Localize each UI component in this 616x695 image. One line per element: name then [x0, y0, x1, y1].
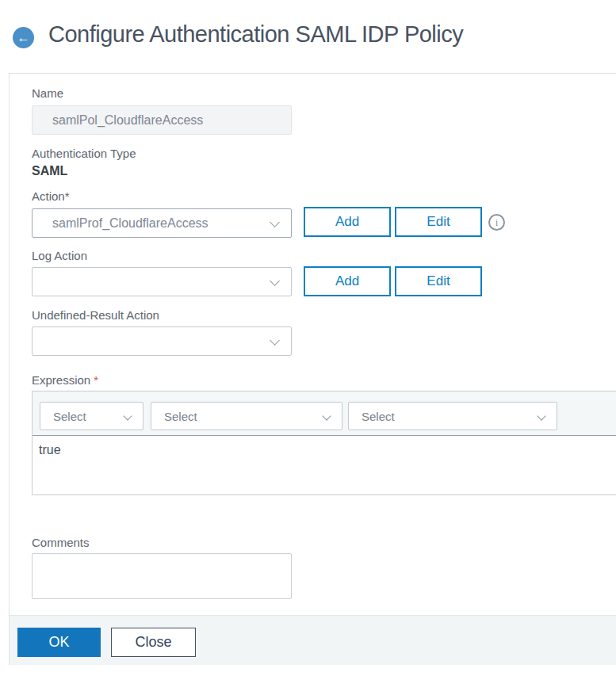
log-action-select[interactable]	[32, 267, 292, 296]
comments-label: Comments	[32, 536, 90, 549]
close-button[interactable]: Close	[111, 628, 196, 657]
log-action-edit-button[interactable]: Edit	[395, 266, 482, 296]
chevron-down-icon	[270, 276, 280, 286]
chevron-down-icon	[322, 411, 331, 420]
expression-toolbar: Select Select Select	[33, 391, 616, 436]
expression-editor: Select Select Select true	[32, 391, 616, 495]
undefined-result-action-label: Undefined-Result Action	[32, 308, 159, 322]
chevron-down-icon	[537, 411, 545, 420]
comments-textarea[interactable]	[32, 553, 292, 599]
action-add-button[interactable]: Add	[304, 207, 391, 237]
footer-bar: OK Close	[10, 615, 616, 665]
action-select[interactable]: samlProf_CloudflareAccess	[32, 208, 292, 238]
info-icon[interactable]: i	[488, 214, 505, 231]
required-asterisk: *	[94, 373, 98, 387]
undefined-result-action-select[interactable]	[32, 326, 292, 356]
authentication-type-value: SAML	[32, 164, 67, 178]
action-label: Action*	[32, 189, 70, 203]
log-action-label: Log Action	[32, 249, 87, 262]
expression-operand-select-1[interactable]: Select	[40, 402, 143, 430]
expression-textarea[interactable]: true	[33, 436, 616, 495]
name-label: Name	[32, 86, 63, 100]
action-select-value: samlProf_CloudflareAccess	[52, 216, 209, 231]
action-edit-button[interactable]: Edit	[395, 207, 482, 237]
chevron-down-icon	[270, 217, 280, 227]
expression-operand-select-3[interactable]: Select	[348, 402, 557, 430]
ok-button[interactable]: OK	[17, 628, 101, 657]
expression-label: Expression*	[32, 373, 98, 387]
authentication-type-label: Authentication Type	[32, 147, 136, 160]
back-arrow-icon: ←	[17, 32, 30, 44]
back-button[interactable]: ←	[13, 27, 34, 48]
expression-operand-select-2[interactable]: Select	[151, 402, 342, 430]
chevron-down-icon	[270, 335, 280, 346]
configure-saml-idp-policy-page: ← Configure Authentication SAML IDP Poli…	[0, 0, 616, 695]
log-action-add-button[interactable]: Add	[304, 266, 391, 296]
page-title: Configure Authentication SAML IDP Policy	[48, 21, 463, 48]
name-input[interactable]	[32, 105, 292, 135]
chevron-down-icon	[123, 411, 132, 420]
